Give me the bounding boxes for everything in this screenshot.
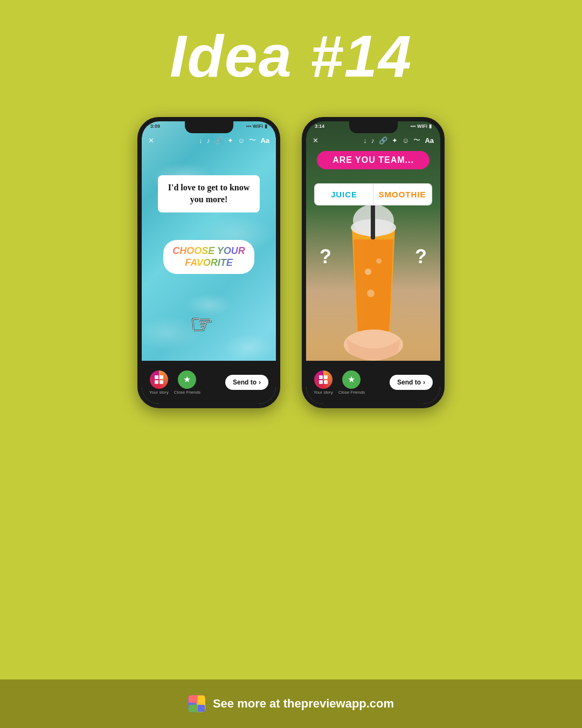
link-icon[interactable]: 🔗: [379, 136, 387, 145]
svg-rect-14: [319, 380, 323, 384]
juice-button[interactable]: JUICE: [315, 184, 373, 204]
phone2: 3:14 ▪▪▪ WiFi ▮ ✕ ↓ ♪ 🔗 ✦ ☺: [302, 117, 445, 408]
footer-bar: See more at thepreviewapp.com: [0, 679, 582, 728]
preview-app-logo: [188, 695, 205, 712]
svg-rect-3: [160, 380, 163, 384]
phone1-toolbar: ✕ ↓ ♪ 🔗 ✦ ☺ 〜 Aa: [142, 135, 276, 145]
cursor-hand-icon: ☞: [190, 309, 213, 339]
send-to-text: Send to: [397, 379, 421, 386]
battery-icon: ▮: [429, 123, 432, 129]
close-friends-option[interactable]: ★ Close Friends: [338, 370, 365, 395]
phone2-status-bar: 3:14 ▪▪▪ WiFi ▮: [306, 123, 440, 129]
story-options: Your story ★ Close Friends: [149, 370, 200, 395]
svg-rect-19: [198, 705, 205, 712]
question-mark-right: ?: [415, 245, 427, 268]
phones-container: 3:09 ▪▪▪ WiFi ▮ ✕ ↓ ♪ 🔗 ✦ ☺: [137, 117, 445, 679]
svg-rect-12: [319, 375, 323, 379]
phone1-wrapper: 3:09 ▪▪▪ WiFi ▮ ✕ ↓ ♪ 🔗 ✦ ☺: [137, 117, 280, 679]
drink-svg: [328, 186, 419, 363]
signal-icon: ▪▪▪: [411, 123, 416, 129]
link-icon[interactable]: 🔗: [214, 136, 223, 145]
choose-favorite-text: CHOOSE YOURFAVORITE: [171, 245, 247, 269]
smoothie-button[interactable]: SMOOTHIE: [373, 184, 431, 204]
text-icon[interactable]: Aa: [260, 136, 269, 145]
story-options: Your story ★ Close Friends: [314, 370, 365, 395]
choose-favorite-box: CHOOSE YOURFAVORITE: [163, 240, 254, 274]
close-friends-option[interactable]: ★ Close Friends: [174, 370, 200, 395]
close-friends-icon: ★: [342, 370, 361, 389]
svg-rect-13: [324, 375, 328, 379]
svg-rect-17: [198, 696, 205, 703]
phone2-time: 3:14: [315, 123, 324, 129]
svg-rect-16: [189, 696, 196, 703]
send-to-chevron: ›: [423, 379, 425, 386]
svg-point-9: [365, 269, 371, 275]
draw-icon[interactable]: 〜: [413, 135, 420, 145]
are-you-team-text: ARE YOU TEAM...: [332, 155, 414, 164]
wifi-icon: WiFi: [417, 123, 427, 129]
draw-icon[interactable]: 〜: [249, 135, 256, 145]
your-story-option[interactable]: Your story: [149, 370, 169, 395]
download-icon[interactable]: ↓: [199, 136, 203, 145]
phone1: 3:09 ▪▪▪ WiFi ▮ ✕ ↓ ♪ 🔗 ✦ ☺: [137, 117, 280, 408]
send-to-text: Send to: [233, 379, 257, 386]
battery-icon: ▮: [265, 123, 267, 129]
your-story-label: Your story: [314, 390, 333, 395]
phone2-wrapper: 3:14 ▪▪▪ WiFi ▮ ✕ ↓ ♪ 🔗 ✦ ☺: [302, 117, 445, 679]
toolbar-right-icons: ↓ ♪ 🔗 ✦ ☺ 〜 Aa: [199, 135, 269, 145]
effects-icon[interactable]: ✦: [227, 136, 233, 145]
effects-icon[interactable]: ✦: [392, 136, 398, 145]
page-title: Idea #14: [170, 22, 412, 90]
phone1-bottom-bar: Your story ★ Close Friends Send to ›: [142, 361, 276, 404]
question-mark-left: ?: [320, 245, 331, 268]
phone1-screen: 3:09 ▪▪▪ WiFi ▮ ✕ ↓ ♪ 🔗 ✦ ☺: [142, 121, 276, 404]
story-grid-icon: [318, 375, 328, 384]
footer-logo: [188, 695, 205, 712]
toolbar-right-icons: ↓ ♪ 🔗 ✦ ☺ 〜 Aa: [363, 135, 434, 145]
phone1-text-content: I'd love to get to know you more!: [165, 182, 252, 206]
are-you-team-tag: ARE YOU TEAM...: [317, 151, 429, 169]
send-to-button[interactable]: Send to ›: [225, 375, 268, 390]
svg-rect-1: [160, 375, 163, 379]
your-story-label: Your story: [149, 390, 169, 395]
phone2-status-icons: ▪▪▪ WiFi ▮: [411, 123, 432, 129]
music-icon[interactable]: ♪: [207, 136, 211, 145]
svg-rect-0: [155, 375, 158, 379]
emoji-icon[interactable]: ☺: [402, 136, 409, 145]
send-to-chevron: ›: [259, 379, 261, 386]
phone1-status-icons: ▪▪▪ WiFi ▮: [246, 123, 268, 129]
your-story-icon: [314, 370, 332, 389]
your-story-icon: [150, 370, 168, 389]
svg-rect-15: [324, 380, 328, 384]
close-friends-label: Close Friends: [338, 390, 365, 395]
signal-icon: ▪▪▪: [246, 123, 252, 129]
emoji-icon[interactable]: ☺: [238, 136, 245, 145]
story-grid-icon: [154, 375, 164, 384]
choice-buttons: JUICE SMOOTHIE: [314, 183, 432, 205]
phone1-status-bar: 3:09 ▪▪▪ WiFi ▮: [142, 123, 276, 129]
download-icon[interactable]: ↓: [363, 136, 367, 145]
svg-point-10: [376, 258, 382, 264]
music-icon[interactable]: ♪: [371, 136, 375, 145]
close-icon[interactable]: ✕: [313, 136, 318, 145]
svg-point-11: [367, 290, 375, 297]
footer-text: See more at thepreviewapp.com: [213, 697, 394, 711]
send-to-button[interactable]: Send to ›: [390, 375, 433, 390]
phone2-bottom-bar: Your story ★ Close Friends Send to ›: [306, 361, 440, 404]
close-friends-icon: ★: [178, 370, 196, 389]
wifi-icon: WiFi: [253, 123, 263, 129]
text-icon[interactable]: Aa: [425, 136, 434, 145]
close-friends-label: Close Friends: [174, 390, 200, 395]
svg-rect-2: [155, 380, 158, 384]
phone1-time: 3:09: [150, 123, 160, 129]
phone2-toolbar: ✕ ↓ ♪ 🔗 ✦ ☺ 〜 Aa: [306, 135, 440, 145]
phone2-screen: 3:14 ▪▪▪ WiFi ▮ ✕ ↓ ♪ 🔗 ✦ ☺: [306, 121, 440, 404]
svg-rect-18: [189, 705, 196, 712]
phone1-text-box: I'd love to get to know you more!: [158, 175, 260, 212]
your-story-option[interactable]: Your story: [314, 370, 333, 395]
close-icon[interactable]: ✕: [148, 136, 154, 145]
